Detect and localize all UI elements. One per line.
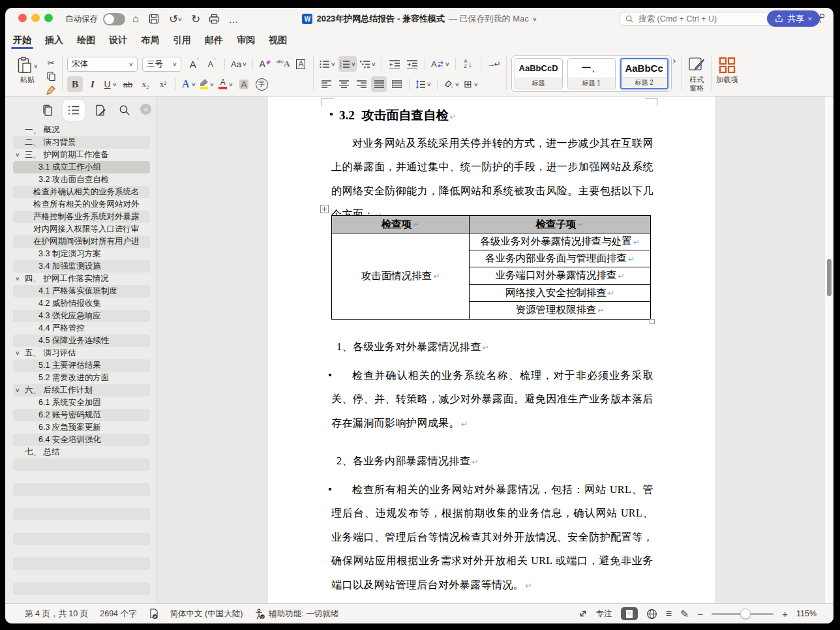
zoom-out-button[interactable]: − (697, 608, 703, 620)
phonetic-guide-button[interactable]: abcA (275, 56, 292, 72)
outline-item[interactable]: ∨ 5.1 主要评估结果 (13, 359, 150, 372)
zoom-slider-thumb[interactable] (740, 608, 751, 619)
focus-expand-icon[interactable] (578, 609, 588, 618)
character-border-button[interactable]: A (293, 56, 308, 72)
text-effects-button[interactable]: A∨ (181, 76, 196, 92)
outline-item[interactable]: ∨ (13, 582, 150, 595)
zoom-slider[interactable] (712, 613, 773, 615)
clear-formatting-button[interactable]: A (258, 56, 273, 72)
outline-item[interactable]: ∨ 4.3 强化应急响应 (13, 310, 150, 322)
outline-item[interactable]: ∨ (13, 496, 150, 508)
outline-item[interactable]: ∨ 检查并确认相关的业务系统名 (13, 186, 150, 198)
change-case-button[interactable]: Aa∨ (230, 56, 248, 72)
copy-icon[interactable] (44, 70, 57, 82)
outline-item[interactable]: ∨ 3.1 成立工作小组 (13, 161, 150, 173)
outline-item[interactable]: ∨ (13, 595, 150, 604)
asian-layout-button[interactable]: A ∨ (430, 56, 451, 72)
outline-item[interactable]: ∨ 6.4 安全培训强化 (13, 434, 150, 446)
outline-item[interactable]: ∨ (13, 508, 150, 520)
outline-item[interactable]: ∨ (13, 483, 150, 496)
cut-icon[interactable]: ✂ (44, 57, 57, 68)
language-indicator[interactable]: 简体中文 (中国大陆) (170, 608, 243, 620)
annotations-tab[interactable] (89, 100, 111, 121)
outline-item[interactable]: ∨ 6.3 应急预案更新 (13, 421, 150, 434)
subscript-button[interactable]: x₂ (138, 76, 153, 92)
intro-paragraph[interactable]: 对业务网站及系统采用关停并转的方式，进一步减少其在互联网上的暴露面，并通过集中、… (331, 132, 653, 228)
thumbnails-tab[interactable] (37, 100, 59, 121)
outline-item[interactable]: ∨ 二、 演习背景 (13, 136, 150, 149)
outline-item[interactable]: ∨ 4.5 保障业务连续性 (13, 335, 150, 347)
ribbon-tab[interactable]: 视图 (269, 30, 287, 51)
ribbon-tab[interactable]: 设计 (109, 30, 127, 51)
outline-item[interactable]: ∨ (13, 533, 150, 545)
outline-item[interactable]: ∨ 4.2 威胁情报收集 (13, 297, 150, 310)
bold-button[interactable]: B (67, 76, 83, 92)
outline-item[interactable]: ∨ (13, 458, 150, 471)
ink-button[interactable]: ✎ (680, 608, 689, 620)
sort-button[interactable]: AZ ↓ (460, 56, 476, 72)
doc-saved-status[interactable]: — 已保存到我的 Mac (449, 13, 529, 25)
distribute-text-button[interactable] (389, 76, 404, 92)
outline-item[interactable]: ∨ 三、 护网前期工作准备 (13, 149, 150, 161)
outline-item[interactable]: ∨ 在护网期间强制对所有用户进 (13, 235, 150, 248)
web-layout-view-button[interactable] (646, 608, 657, 620)
align-right-button[interactable] (353, 76, 369, 92)
outline-item[interactable]: ∨ (13, 570, 150, 582)
ribbon-tab[interactable]: 引用 (173, 30, 191, 51)
collapse-chevron-icon[interactable]: ∨ (15, 347, 20, 359)
outline-item[interactable]: ∨ 6.1 系统安全加固 (13, 397, 150, 409)
superscript-button[interactable]: x² (155, 76, 171, 92)
outline-item[interactable]: ∨ 四、 护网工作落实情况 (13, 273, 150, 285)
ribbon-tab[interactable]: 审阅 (237, 30, 255, 51)
underline-button[interactable]: U∨ (102, 76, 118, 92)
font-name-select[interactable]: 宋体∨ (67, 57, 138, 72)
justify-button[interactable] (371, 76, 387, 92)
outline-item[interactable]: ∨ 4.1 严格落实值班制度 (13, 285, 150, 297)
section-heading[interactable]: 3.2 攻击面自查自检↵ (339, 107, 457, 124)
outline-tab[interactable] (63, 100, 85, 121)
body-paragraph[interactable]: 检查并确认相关的业务系统名称、梳理，对于非必须业务采取关、停、并、转策略，减少对… (331, 364, 653, 436)
accessibility-status[interactable]: 辅助功能: 一切就绪 (269, 608, 338, 620)
strikethrough-button[interactable]: ab (120, 76, 136, 92)
borders-button[interactable]: ⊞∨ (462, 76, 479, 92)
bullets-button[interactable]: ∨ (318, 56, 337, 72)
table-resize-handle[interactable] (650, 319, 655, 324)
decrease-indent-button[interactable] (387, 56, 402, 72)
style-card-title[interactable]: AaBbCcD 标题 (515, 58, 563, 89)
outline-item[interactable]: ∨ (13, 471, 150, 483)
ribbon-tab[interactable]: 绘图 (77, 30, 95, 51)
collapse-chevron-icon[interactable]: ∨ (15, 384, 20, 397)
styles-pane-button[interactable]: 样式窗格 (687, 55, 706, 92)
zoom-in-button[interactable]: + (782, 608, 788, 620)
format-painter-icon[interactable] (44, 84, 57, 96)
paste-button[interactable]: ∨ 粘贴 (13, 55, 42, 96)
numbering-button[interactable]: 123 ∨ (338, 56, 357, 72)
vertical-scrollbar-track[interactable] (825, 97, 833, 604)
outline-item[interactable]: ∨ (13, 520, 150, 533)
align-left-button[interactable] (318, 76, 334, 92)
increase-indent-button[interactable] (404, 56, 420, 72)
outline-item[interactable]: ∨ 3.3 制定演习方案 (13, 248, 150, 260)
shading-bucket-button[interactable]: ∨ (442, 76, 460, 92)
ribbon-tab[interactable]: 开始 (13, 30, 31, 51)
addins-button[interactable]: 加载项 (716, 55, 738, 84)
outline-item[interactable]: ∨ 6.2 账号密码规范 (13, 409, 150, 421)
outline-item[interactable]: ∨ 3.2 攻击面自查自检 (13, 173, 150, 186)
outline-item[interactable]: ∨ (13, 545, 150, 558)
styles-gallery-expand-icon[interactable]: › (673, 55, 676, 66)
share-button[interactable]: 共享 ∨ (767, 10, 820, 27)
outline-item[interactable]: ∨ 七、 总结 (13, 446, 150, 458)
outline-item[interactable]: ∨ 一、 概况 (13, 124, 150, 136)
close-pane-icon[interactable]: × (140, 104, 151, 115)
enclose-characters-button[interactable]: 字 (254, 76, 269, 92)
page-indicator[interactable]: 第 4 页，共 10 页 (25, 608, 88, 620)
ribbon-tab[interactable]: 插入 (45, 30, 63, 51)
ribbon-tab[interactable]: 布局 (141, 30, 159, 51)
font-size-select[interactable]: 三号∨ (142, 57, 181, 72)
document-page[interactable]: 3.2 攻击面自查自检↵ 对业务网站及系统采用关停并转的方式，进一步减少其在互联… (268, 97, 715, 604)
multilevel-list-button[interactable]: ∨ (359, 56, 377, 72)
align-center-button[interactable] (336, 76, 352, 92)
body-paragraph[interactable]: 检查所有相关的业务网站对外暴露情况，包括：网站 URL、管理后台、违规发布等，根… (331, 478, 653, 597)
list-item-title[interactable]: 1、各级业务对外暴露情况排查↵ (331, 335, 653, 359)
vertical-scrollbar-thumb[interactable] (827, 259, 832, 296)
